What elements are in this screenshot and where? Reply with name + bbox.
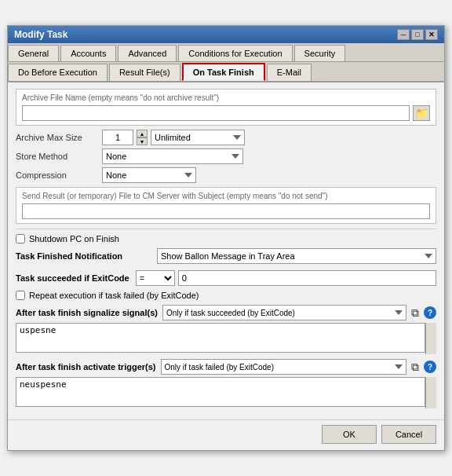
archive-file-label: Archive File Name (empty means "do not a… [22, 93, 430, 102]
tabs-row2: Do Before Execution Result File(s) On Ta… [8, 62, 444, 82]
store-method-select[interactable]: None Zip GZip [102, 148, 243, 164]
compression-row: Compression None Fast Normal Maximum [16, 167, 436, 183]
ok-button[interactable]: OK [322, 425, 377, 444]
dialog-title: Modify Task [14, 29, 67, 40]
signals-info-icon[interactable]: ? [424, 306, 436, 319]
signals-scrollbar[interactable] [425, 323, 436, 354]
notification-row: Task Finished Notification Show Ballon M… [16, 248, 436, 264]
triggers-label: After task finish activate trigger(s) [16, 362, 156, 372]
exit-code-value[interactable] [178, 270, 436, 286]
tabs-row1: General Accounts Advanced Conditions for… [8, 43, 444, 62]
exit-code-label: Task succeeded if ExitCode [16, 273, 129, 283]
store-method-label: Store Method [16, 152, 102, 161]
max-size-input[interactable] [102, 130, 133, 145]
compression-select[interactable]: None Fast Normal Maximum [102, 167, 196, 183]
tab-do-before[interactable]: Do Before Execution [8, 64, 108, 81]
maximize-button[interactable]: □ [411, 29, 424, 40]
triggers-textarea[interactable]: neuspesne [16, 377, 425, 407]
send-result-input[interactable] [22, 203, 430, 219]
store-method-row: Store Method None Zip GZip [16, 148, 436, 164]
signals-textarea[interactable]: uspesne [16, 323, 425, 353]
signals-copy-icon[interactable]: ⧉ [411, 306, 419, 320]
triggers-copy-icon[interactable]: ⧉ [411, 361, 419, 374]
triggers-info-icon[interactable]: ? [424, 361, 436, 373]
triggers-header: After task finish activate trigger(s) On… [16, 359, 436, 375]
signals-section: After task finish signalize signal(s) On… [16, 305, 436, 354]
content-area: Archive File Name (empty means "do not a… [8, 82, 444, 419]
exit-code-operator[interactable]: = != < <= > >= [136, 270, 175, 286]
modify-task-dialog: Modify Task ─ □ ✕ General Accounts Advan… [7, 25, 445, 451]
cancel-button[interactable]: Cancel [381, 425, 436, 444]
send-result-section: Send Result (or temporary) File to CM Se… [16, 187, 436, 224]
signals-header: After task finish signalize signal(s) On… [16, 305, 436, 320]
tab-general[interactable]: General [8, 45, 59, 61]
exit-code-row: Task succeeded if ExitCode = != < <= > >… [16, 270, 436, 286]
triggers-condition-select[interactable]: Only if task succeeded (by ExitCode) Onl… [161, 359, 407, 375]
signals-label: After task finish signalize signal(s) [16, 308, 158, 317]
spinner-buttons: ▲ ▼ [137, 130, 148, 145]
tab-advanced[interactable]: Advanced [118, 45, 177, 61]
tab-result-files[interactable]: Result File(s) [109, 64, 180, 81]
signals-textarea-wrapper: uspesne [16, 323, 436, 354]
shutdown-row: Shutdown PC on Finish [16, 234, 436, 243]
tab-security[interactable]: Security [294, 45, 346, 61]
tab-on-task-finish[interactable]: On Task Finish [182, 63, 265, 81]
signals-condition-select[interactable]: Only if task succeeded (by ExitCode) Onl… [162, 305, 406, 320]
title-bar: Modify Task ─ □ ✕ [8, 26, 444, 43]
notification-label: Task Finished Notification [16, 251, 157, 261]
archive-settings-section: Archive Max Size ▲ ▼ Unlimited KB MB GB [16, 130, 436, 183]
archive-file-input[interactable] [22, 105, 410, 121]
max-size-unit-select[interactable]: Unlimited KB MB GB [151, 130, 245, 145]
repeat-checkbox[interactable] [16, 291, 25, 300]
tab-email[interactable]: E-Mail [267, 64, 312, 81]
archive-file-row: 📁 [22, 105, 430, 121]
max-size-label: Archive Max Size [16, 133, 102, 142]
triggers-scrollbar[interactable] [425, 377, 436, 408]
title-bar-buttons: ─ □ ✕ [397, 29, 438, 40]
footer: OK Cancel [8, 419, 444, 450]
max-size-row: Archive Max Size ▲ ▼ Unlimited KB MB GB [16, 130, 436, 145]
archive-file-section: Archive File Name (empty means "do not a… [16, 89, 436, 126]
repeat-label: Repeat execution if task failed (by Exit… [29, 291, 199, 300]
divider1 [16, 229, 436, 229]
browse-button[interactable]: 📁 [413, 105, 430, 121]
shutdown-checkbox[interactable] [16, 234, 25, 243]
spinner-down[interactable]: ▼ [137, 137, 148, 145]
repeat-row: Repeat execution if task failed (by Exit… [16, 291, 436, 300]
send-result-label: Send Result (or temporary) File to CM Se… [22, 192, 430, 200]
tab-conditions[interactable]: Conditions for Execution [178, 45, 292, 61]
tab-accounts[interactable]: Accounts [60, 45, 116, 61]
close-button[interactable]: ✕ [425, 29, 438, 40]
spinner-up[interactable]: ▲ [137, 130, 148, 137]
folder-icon: 📁 [415, 107, 428, 119]
spinner-group: ▲ ▼ Unlimited KB MB GB [102, 130, 245, 145]
compression-label: Compression [16, 170, 102, 180]
notification-select[interactable]: Show Ballon Message in Tray Area None Po… [157, 248, 436, 264]
minimize-button[interactable]: ─ [397, 29, 410, 40]
triggers-textarea-wrapper: neuspesne [16, 377, 436, 408]
triggers-section: After task finish activate trigger(s) On… [16, 359, 436, 408]
shutdown-label: Shutdown PC on Finish [29, 234, 119, 243]
